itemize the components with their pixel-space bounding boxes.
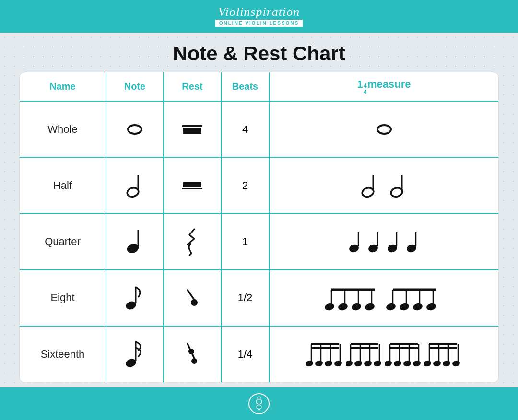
row-note-whole [106,101,164,157]
sixteenth-group2 [346,339,383,369]
row-note-sixteenth [106,326,164,382]
svg-point-80 [432,360,441,367]
quarter-m1 [348,229,363,254]
eighth-group1 [325,283,382,313]
svg-point-37 [425,303,436,312]
row-note-half [106,157,164,213]
svg-point-82 [451,360,460,367]
row-rest-whole [164,101,221,157]
header-measure: 144measure [269,72,498,101]
sixteenth-group1 [306,339,344,369]
quarter-rest-svg [184,227,201,256]
page-title: Note & Rest Chart [19,42,499,65]
row-measure-eighth [269,270,498,326]
svg-point-71 [402,360,412,367]
row-rest-quarter [164,213,221,269]
time-sig-bottom: 4 [364,89,367,95]
svg-point-50 [314,360,323,367]
top-bar: Violinspiration ONLINE VIOLIN LESSONS [0,0,518,33]
row-name-whole: Whole [20,101,106,157]
row-beats-eighth: 1/2 [221,270,269,326]
row-beats-whole: 4 [221,101,269,157]
row-name-quarter: Quarter [20,213,106,269]
svg-point-27 [351,303,362,312]
svg-line-19 [188,290,194,300]
header-beats: Beats [221,72,269,101]
row-beats-quarter: 1 [221,213,269,269]
svg-point-49 [306,360,314,367]
row-name-sixteenth: Sixteenth [20,326,106,382]
svg-point-61 [363,360,372,367]
svg-point-51 [324,360,333,367]
logo: Violinspiration ONLINE VIOLIN LESSONS [215,6,303,27]
svg-point-81 [442,360,451,367]
sixteenth-note-svg [124,339,145,370]
svg-point-36 [412,303,423,312]
half-note-m2 [389,171,408,200]
row-beats-sixteenth: 1/4 [221,326,269,382]
row-note-quarter [106,213,164,269]
logo-title: Violinspiration [215,6,303,18]
logo-subtitle: ONLINE VIOLIN LESSONS [215,20,303,27]
quarter-m3 [387,229,401,254]
note-rest-table: Name Note Rest Beats 144measure Whole [20,72,498,382]
quarter-m2 [367,229,382,254]
table-row: Whole 4 [20,101,498,157]
bottom-bar [0,387,518,420]
table-row: Half [20,157,498,213]
quarter-m4 [406,229,420,254]
whole-rest-symbol [166,125,219,134]
row-measure-sixteenth [269,326,498,382]
header-name: Name [20,72,106,101]
half-note-svg [125,171,144,200]
row-measure-whole [269,101,498,157]
half-rest-symbol [166,182,219,189]
row-note-eighth [106,270,164,326]
row-name-eighth: Eight [20,270,106,326]
row-measure-half [269,157,498,213]
svg-point-59 [346,360,353,367]
measure-label: measure [367,78,411,90]
chart-container: Name Note Rest Beats 144measure Whole [19,72,499,383]
svg-point-62 [373,360,382,367]
svg-point-25 [325,303,335,312]
eighth-note-svg [124,283,145,312]
main-content: Note & Rest Chart Name Note Rest Beats 1… [0,33,518,387]
eighth-group2 [386,283,444,313]
table-row: Sixteenth [20,326,498,382]
svg-point-70 [393,360,402,367]
svg-point-28 [364,303,375,312]
quarter-note-svg [125,227,144,256]
header-note: Note [106,72,164,101]
eighth-rest-svg [185,284,200,311]
svg-point-79 [424,360,432,367]
svg-point-40 [191,358,197,364]
row-beats-half: 2 [221,157,269,213]
sixteenth-rest-svg [185,340,200,369]
svg-point-35 [399,303,410,312]
row-measure-quarter [269,213,498,269]
svg-point-34 [386,303,396,312]
row-rest-eighth [164,270,221,326]
svg-point-26 [337,303,348,312]
table-row: Quarter [20,213,498,269]
table-row: Eight [20,270,498,326]
header-rest: Rest [164,72,221,101]
svg-point-72 [412,360,421,367]
violin-icon [248,393,270,414]
row-name-half: Half [20,157,106,213]
svg-point-69 [385,360,392,367]
sixteenth-group3 [385,339,423,369]
svg-point-60 [353,360,363,367]
violin-svg [253,396,265,412]
svg-point-52 [333,360,342,367]
row-rest-sixteenth [164,326,221,382]
row-rest-half [164,157,221,213]
half-note-m1 [360,171,379,200]
sixteenth-group4 [424,339,462,369]
